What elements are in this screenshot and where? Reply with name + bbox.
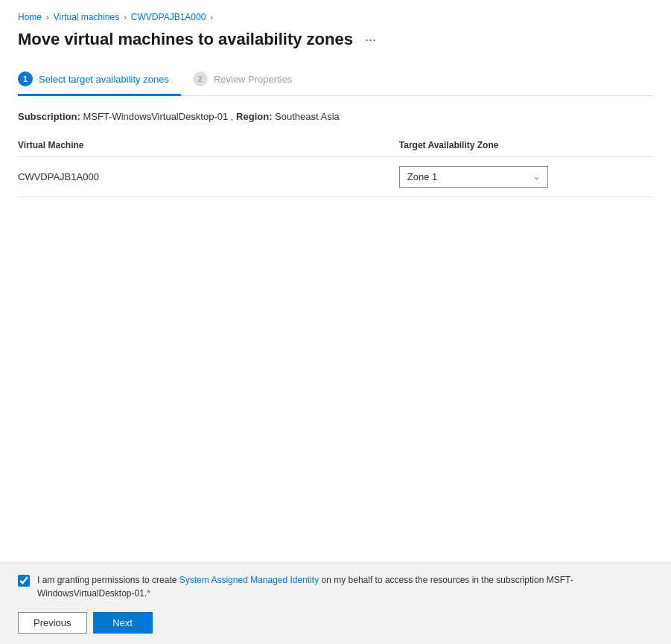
vm-table: Virtual Machine Target Availability Zone… — [18, 134, 653, 197]
required-star: * — [147, 588, 150, 599]
zone-selected-value: Zone 1 — [407, 171, 437, 182]
table-row: CWVDPAJB1A000 Zone 1 ⌄ — [18, 157, 653, 197]
page-title: Move virtual machines to availability zo… — [18, 30, 353, 49]
footer: I am granting permissions to create Syst… — [0, 562, 671, 644]
step-1-circle: 1 — [18, 71, 33, 86]
breadcrumb: Home › Virtual machines › CWVDPAJB1A000 … — [18, 12, 653, 22]
step-2-circle: 2 — [193, 71, 208, 86]
page-title-row: Move virtual machines to availability zo… — [18, 30, 653, 49]
zone-dropdown[interactable]: Zone 1 ⌄ — [399, 166, 548, 188]
subscription-label: Subscription: — [18, 111, 80, 122]
breadcrumb-sep-2: › — [124, 13, 127, 22]
consent-checkbox[interactable] — [18, 575, 30, 587]
col-header-vm: Virtual Machine — [18, 134, 399, 157]
subscription-info: Subscription: MSFT-WindowsVirtualDesktop… — [18, 111, 653, 122]
previous-button[interactable]: Previous — [18, 612, 87, 634]
breadcrumb-virtual-machines[interactable]: Virtual machines — [54, 12, 120, 22]
vm-name-cell: CWVDPAJB1A000 — [18, 157, 399, 197]
region-value: Southeast Asia — [275, 111, 340, 122]
step-2-label: Review Properties — [214, 74, 293, 85]
wizard-step-1[interactable]: 1 Select target availability zones — [18, 64, 181, 96]
button-row: Previous Next — [18, 612, 653, 634]
managed-identity-link[interactable]: System Assigned Managed Identity — [179, 575, 319, 585]
breadcrumb-home[interactable]: Home — [18, 12, 42, 22]
dropdown-chevron-icon: ⌄ — [533, 172, 540, 182]
wizard-steps: 1 Select target availability zones 2 Rev… — [18, 64, 653, 96]
comma-separator: , — [231, 111, 236, 122]
table-header-row: Virtual Machine Target Availability Zone — [18, 134, 653, 157]
col-header-zone: Target Availability Zone — [399, 134, 653, 157]
consent-text: I am granting permissions to create Syst… — [37, 573, 653, 600]
consent-row: I am granting permissions to create Syst… — [18, 573, 653, 600]
subscription-value: MSFT-WindowsVirtualDesktop-01 — [83, 111, 228, 122]
breadcrumb-vm-name[interactable]: CWVDPAJB1A000 — [131, 12, 206, 22]
region-label: Region: — [236, 111, 272, 122]
zone-dropdown-cell: Zone 1 ⌄ — [399, 157, 653, 197]
breadcrumb-sep-3: › — [210, 13, 213, 22]
step-1-label: Select target availability zones — [39, 74, 169, 85]
next-button[interactable]: Next — [93, 612, 153, 634]
consent-text-before: I am granting permissions to create — [37, 575, 179, 585]
wizard-step-2[interactable]: 2 Review Properties — [193, 64, 305, 96]
more-options-button[interactable]: ··· — [360, 31, 381, 49]
breadcrumb-sep-1: › — [46, 13, 49, 22]
